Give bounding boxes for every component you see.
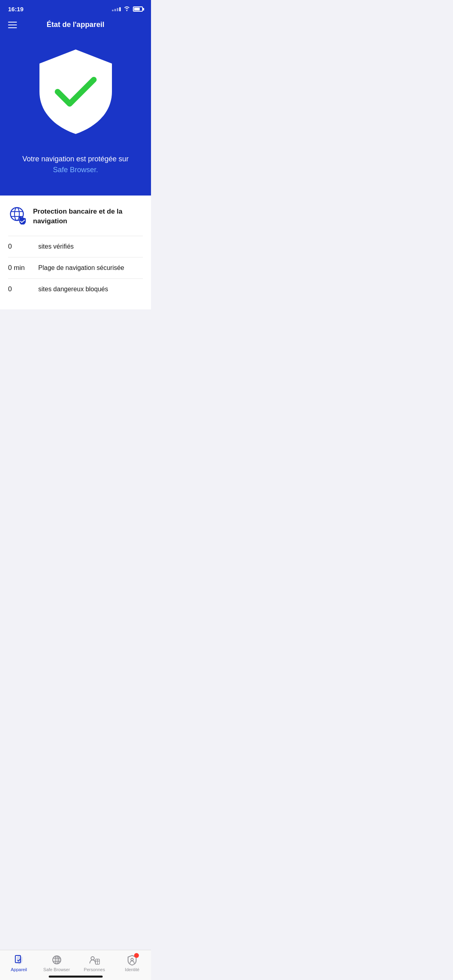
stat-label-verified: sites vérifiés xyxy=(38,243,143,250)
info-section-title: Protection bancaire et de la navigation xyxy=(33,205,143,226)
stat-row-blocked-sites: 0 sites dangereux bloqués xyxy=(8,278,143,300)
wifi-icon xyxy=(123,6,130,12)
stat-label-browse-time: Plage de navigation sécurisée xyxy=(38,264,143,272)
shield-container xyxy=(35,47,116,138)
shield-checkmark-icon xyxy=(35,47,116,136)
svg-point-1 xyxy=(14,208,19,220)
status-indicators xyxy=(112,6,143,12)
stats-list: 0 sites vérifiés 0 min Plage de navigati… xyxy=(8,236,143,300)
info-section: Protection bancaire et de la navigation … xyxy=(0,196,151,309)
stat-row-browse-time: 0 min Plage de navigation sécurisée xyxy=(8,257,143,278)
info-header: Protection bancaire et de la navigation xyxy=(8,205,143,226)
signal-icon xyxy=(112,7,121,11)
stat-value-verified: 0 xyxy=(8,243,30,251)
hero-protection-text: Votre navigation est protégée sur Safe B… xyxy=(22,154,128,175)
hamburger-menu-button[interactable] xyxy=(8,22,17,28)
stat-value-blocked: 0 xyxy=(8,285,30,293)
page-title: État de l'appareil xyxy=(17,21,134,29)
hero-section: Votre navigation est protégée sur Safe B… xyxy=(0,35,151,196)
battery-icon xyxy=(133,6,143,12)
stat-row-verified-sites: 0 sites vérifiés xyxy=(8,236,143,257)
stat-value-time: 0 min xyxy=(8,264,30,272)
status-bar: 16:19 xyxy=(0,0,151,16)
stat-label-blocked: sites dangereux bloqués xyxy=(38,286,143,293)
app-header: État de l'appareil xyxy=(0,16,151,35)
time-display: 16:19 xyxy=(8,6,23,12)
globe-shield-icon xyxy=(8,205,27,224)
